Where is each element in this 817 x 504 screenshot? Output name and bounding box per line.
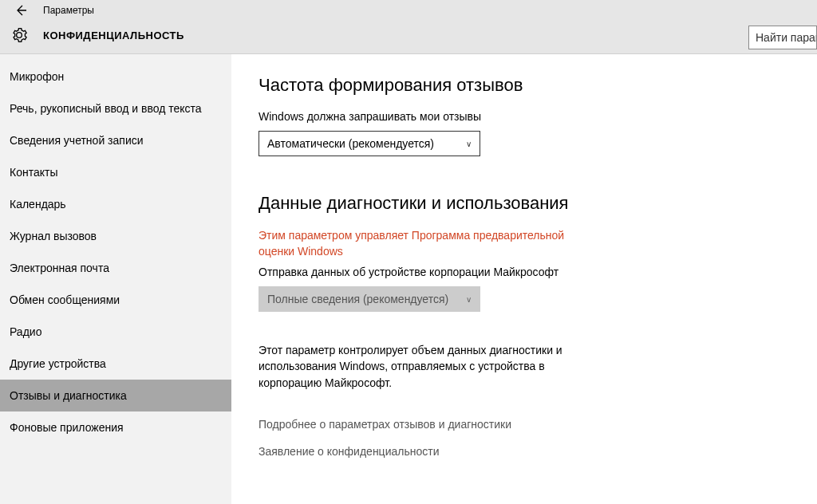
section-header: КОНФИДЕНЦИАЛЬНОСТЬ: [0, 18, 817, 53]
sidebar-item-11[interactable]: Фоновые приложения: [0, 411, 231, 443]
chevron-down-icon: ∨: [466, 140, 472, 148]
diagnostics-level-value: Полные сведения (рекомендуется): [267, 293, 448, 305]
sidebar-item-7[interactable]: Обмен сообщениями: [0, 284, 231, 316]
chevron-down-icon: ∨: [466, 295, 472, 304]
sidebar-item-2[interactable]: Сведения учетной записи: [0, 124, 231, 156]
title-bar: Параметры: [0, 0, 817, 18]
feedback-frequency-label: Windows должна запрашивать мои отзывы: [259, 110, 790, 123]
sidebar-item-0[interactable]: Микрофон: [0, 61, 231, 93]
sidebar-item-10[interactable]: Отзывы и диагностика: [0, 380, 231, 411]
window-header: Параметры КОНФИДЕНЦИАЛЬНОСТЬ Найти парам…: [0, 0, 817, 54]
sidebar-item-3[interactable]: Контакты: [0, 156, 231, 188]
learn-more-link[interactable]: Подробнее о параметрах отзывов и диагнос…: [259, 418, 790, 431]
sidebar-item-6[interactable]: Электронная почта: [0, 252, 231, 284]
content-area: МикрофонРечь, рукописный ввод и ввод тек…: [0, 54, 817, 504]
sidebar-item-5[interactable]: Журнал вызовов: [0, 220, 231, 252]
main-panel: Частота формирования отзывов Windows дол…: [231, 54, 817, 504]
sidebar: МикрофонРечь, рукописный ввод и ввод тек…: [0, 54, 231, 504]
sidebar-item-1[interactable]: Речь, рукописный ввод и ввод текста: [0, 93, 231, 124]
diagnostics-heading: Данные диагностики и использования: [259, 193, 790, 214]
feedback-frequency-value: Автоматически (рекомендуется): [267, 137, 434, 150]
sidebar-item-4[interactable]: Календарь: [0, 188, 231, 220]
arrow-left-icon: [14, 4, 27, 17]
search-input[interactable]: Найти параметр: [748, 26, 817, 49]
settings-gear-icon: [11, 27, 27, 43]
diagnostics-level-select: Полные сведения (рекомендуется) ∨: [259, 286, 480, 312]
sidebar-item-9[interactable]: Другие устройства: [0, 348, 231, 380]
back-button[interactable]: [13, 2, 29, 18]
app-title: Параметры: [43, 5, 94, 16]
insider-warning: Этим параметром управляет Программа пред…: [259, 228, 594, 259]
section-title: КОНФИДЕНЦИАЛЬНОСТЬ: [43, 30, 184, 41]
privacy-statement-link[interactable]: Заявление о конфиденциальности: [259, 445, 790, 458]
diagnostics-description: Этот параметр контролирует объем данных …: [259, 342, 594, 391]
feedback-heading: Частота формирования отзывов: [259, 75, 790, 96]
diagnostics-send-label: Отправка данных об устройстве корпорации…: [259, 266, 790, 278]
sidebar-item-8[interactable]: Радио: [0, 316, 231, 348]
search-placeholder: Найти параметр: [756, 31, 817, 44]
feedback-frequency-select[interactable]: Автоматически (рекомендуется) ∨: [259, 131, 480, 156]
